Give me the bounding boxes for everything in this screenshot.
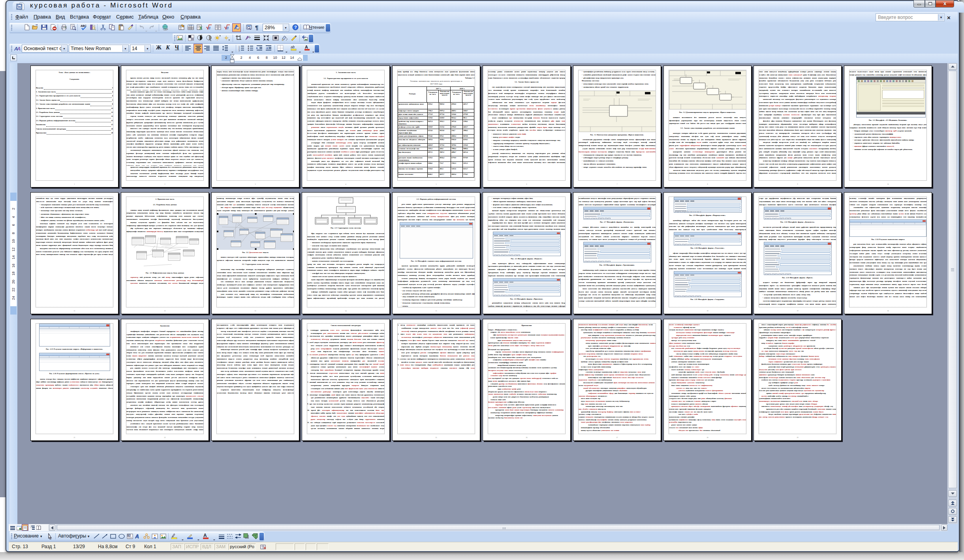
svg-text:А: А — [203, 533, 207, 538]
svg-text:X: X — [199, 26, 203, 30]
svg-text:?: ? — [294, 25, 297, 30]
svg-text:W: W — [18, 5, 22, 9]
svg-text:3: 3 — [239, 49, 240, 51]
svg-text:А: А — [135, 533, 139, 539]
svg-text:А: А — [128, 534, 130, 537]
svg-text:α: α — [208, 26, 210, 30]
svg-text:ab: ab — [291, 45, 295, 49]
svg-text:А: А — [305, 45, 308, 49]
svg-text:А: А — [17, 46, 21, 52]
svg-text:α: α — [226, 26, 229, 30]
